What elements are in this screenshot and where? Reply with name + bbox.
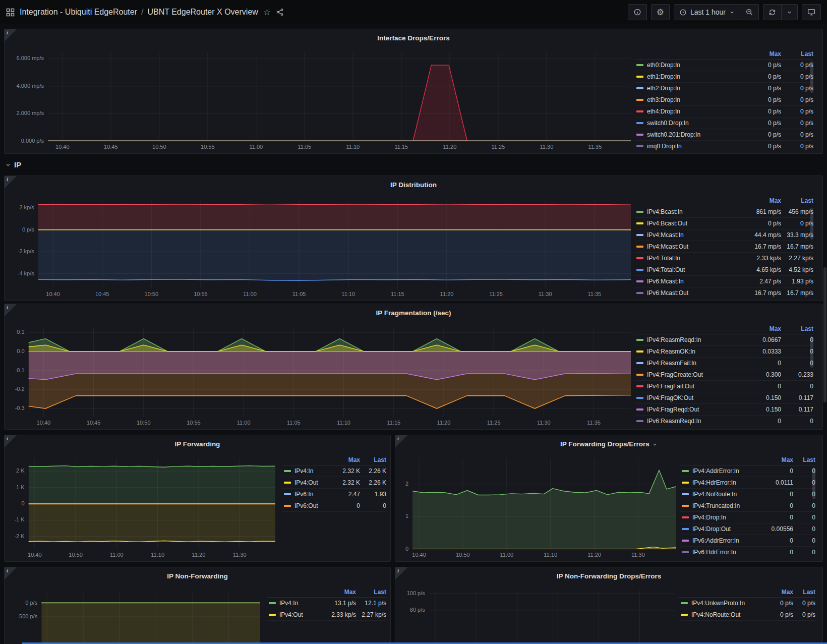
breadcrumb-dashboard-title[interactable]: UBNT EdgeRouter X Overview [147, 8, 258, 17]
legend-series-name[interactable]: IPv6:HdrError:In [692, 549, 761, 556]
legend-sort-last[interactable]: Last [356, 589, 386, 596]
legend-series-name[interactable]: imq0:Drop:In [647, 143, 744, 150]
panel-title[interactable]: IP Non-Forwarding [5, 567, 390, 584]
legend-series-name[interactable]: eth2:Drop:In [647, 85, 744, 92]
legend-series-name[interactable]: IPv4:HdrError:In [692, 479, 761, 486]
legend-scrollbar-thumb[interactable] [810, 336, 813, 368]
legend-sort-last[interactable]: Last [360, 456, 386, 463]
legend-sort-last[interactable]: Last [781, 50, 813, 57]
breadcrumb-folder[interactable]: Integration - Ubiquiti EdgeRouter [20, 8, 137, 17]
legend-series-name[interactable]: IPv4:In [294, 467, 332, 475]
legend-sort-last[interactable]: Last [793, 456, 815, 463]
legend-series-name[interactable]: IPv4:Drop:In [692, 514, 761, 521]
dashboard-info-button[interactable] [628, 4, 647, 20]
legend-sort-last[interactable]: Last [781, 325, 813, 332]
chart-svg [9, 48, 633, 151]
legend-scrollbar-thumb[interactable] [810, 208, 813, 240]
panel-title[interactable]: IP Fragmentation (/sec) [5, 304, 822, 321]
legend-series-name[interactable]: eth0:Drop:In [647, 62, 744, 69]
chart-ip-non-forwarding-drops-errors[interactable]: 100 p/s80 p/s10:4010:5011:0011:1011:2011… [399, 587, 677, 644]
legend-series-name[interactable]: IPv4:FragOK:Out [647, 394, 744, 401]
legend-sort-max[interactable]: Max [744, 325, 781, 332]
legend-series-name[interactable]: IPv6:AddrError:In [692, 537, 761, 544]
panel-title[interactable]: IP Forwarding Drops/Errors [395, 435, 822, 452]
apps-grid-icon[interactable] [6, 8, 15, 17]
zoom-out-button[interactable] [740, 5, 758, 20]
legend-series-name[interactable]: IPv4:Drop:Out [692, 525, 761, 533]
legend-series-name[interactable]: IPv4:Out [294, 479, 332, 486]
panel-title-text: IP Forwarding [175, 440, 220, 448]
legend-scrollbar-thumb[interactable] [810, 62, 813, 93]
legend-last-value: 0 [793, 514, 815, 521]
chart-ip-forwarding[interactable]: 2 K1 K0-1 K-2 K10:4010:5011:0011:1011:20… [9, 454, 277, 559]
chart-ip-non-forwarding[interactable]: 0 p/s-500 p/s10:4010:5011:0011:1011:2011… [9, 587, 262, 644]
page-scrollbar-thumb[interactable] [823, 267, 826, 402]
x-axis-tick-label: 10:45 [96, 144, 126, 150]
dashboard-settings-button[interactable]: ⚙ [651, 4, 670, 20]
legend-series-name[interactable]: IPv4:Total:In [647, 255, 744, 262]
legend-sort-max[interactable]: Max [332, 456, 360, 463]
legend-sort-last[interactable]: Last [793, 589, 815, 596]
legend-series-name[interactable]: IPv6:In [294, 491, 332, 498]
chart-ip-distribution[interactable]: 2 kp/s0 p/s-2 kp/s-4 kp/s10:4010:4510:50… [9, 195, 633, 299]
legend-series-name[interactable]: IPv4:Mcast:Out [647, 243, 744, 250]
legend-sort-max[interactable]: Max [325, 589, 356, 596]
refresh-button[interactable] [763, 5, 781, 20]
legend-max-value: 0 p/s [744, 143, 781, 150]
legend-series-name[interactable]: IPv4:FragCreate:Out [647, 371, 744, 378]
star-icon[interactable]: ☆ [263, 8, 271, 17]
legend-series-name[interactable]: IPv4:AddrError:In [692, 467, 761, 475]
legend-series-name[interactable]: IPv4:NoRoute:Out [691, 611, 770, 618]
time-range-picker[interactable]: Last 1 hour [674, 5, 740, 20]
legend-max-value: 44.4 mp/s [744, 231, 781, 239]
legend-series-name[interactable]: IPv4:Mcast:In [647, 231, 744, 239]
y-axis-tick-label: 0.1 [9, 329, 25, 335]
legend-series-name[interactable]: IPv4:Out [279, 611, 325, 618]
legend-last-value: 0 p/s [781, 73, 813, 80]
legend-max-value: 0 [761, 467, 793, 475]
legend-sort-max[interactable]: Max [761, 456, 793, 463]
legend-series-name[interactable]: IPv4:Truncated:In [692, 502, 761, 509]
legend-series-name[interactable]: eth3:Drop:In [647, 96, 744, 103]
series-color-swatch [284, 493, 291, 495]
legend-series-name[interactable]: IPv4:ReasmOK:In [647, 348, 744, 355]
legend-scrollbar-thumb[interactable] [812, 467, 815, 499]
chart-ip-fragmentation[interactable]: 0.10.0-0.1-0.2-0.310:4010:4510:5010:5511… [9, 323, 633, 427]
tv-mode-button[interactable] [802, 4, 821, 20]
legend-series-name[interactable]: switch0.201:Drop:In [647, 131, 744, 138]
legend-series-name[interactable]: IPv4:FragReqd:Out [647, 406, 744, 413]
y-axis-tick-label: 100 p/s [399, 590, 425, 596]
panel-title[interactable]: IP Non-Forwarding Drops/Errors [395, 567, 822, 584]
legend-series-name[interactable]: IPv4:Total:Out [647, 266, 744, 273]
legend-series-name[interactable]: switch0:Drop:In [647, 120, 744, 127]
legend-series-name[interactable]: IPv4:NoRoute:In [692, 491, 761, 498]
panel-title[interactable]: Interface Drops/Errors [5, 29, 822, 46]
legend-series-name[interactable]: IPv6:Mcast:In [647, 278, 744, 285]
panel-title[interactable]: IP Forwarding [5, 435, 390, 452]
legend-series-name[interactable]: IPv4:Bcast:In [647, 208, 744, 215]
legend-series-name[interactable]: IPv4:FragFail:Out [647, 383, 744, 390]
legend-series-name[interactable]: IPv4:ReasmFail:In [647, 360, 744, 367]
legend-series-name[interactable]: eth4:Drop:In [647, 108, 744, 115]
legend-series-name[interactable]: IPv4:In [279, 600, 325, 607]
legend-series-name[interactable]: IPv6:ReasmReqd:In [647, 418, 744, 425]
row-toggle-ip[interactable]: IP [5, 154, 21, 175]
chart-interface-drops-errors[interactable]: 0.000 p/s2.000 mp/s4.000 mp/s6.000 mp/s1… [9, 48, 633, 151]
legend-series-name[interactable]: IPv4:UnkwnProto:In [691, 600, 770, 607]
legend-sort-max[interactable]: Max [744, 197, 781, 204]
legend-series-name[interactable]: IPv4:ReasmReqd:In [647, 336, 744, 343]
legend-sort-max[interactable]: Max [770, 589, 793, 596]
series-color-swatch [636, 408, 643, 411]
chart-ip-forwarding-drops-errors[interactable]: 21010:4010:5011:0011:1011:2011:30 [399, 454, 678, 559]
share-icon[interactable] [276, 8, 284, 16]
legend-sort-max[interactable]: Max [744, 50, 781, 57]
legend-series-name[interactable]: IPv6:Out [294, 502, 332, 509]
refresh-interval-dropdown[interactable] [781, 5, 797, 20]
legend-series-name[interactable]: IPv4:Bcast:Out [647, 220, 744, 227]
legend-last-value: 0 p/s [781, 108, 813, 115]
legend-max-value: 0 p/s [770, 611, 793, 618]
panel-title[interactable]: IP Distribution [5, 176, 822, 193]
legend-sort-last[interactable]: Last [781, 197, 813, 204]
legend-series-name[interactable]: IPv6:Mcast:Out [647, 289, 744, 297]
legend-series-name[interactable]: eth1:Drop:In [647, 73, 744, 80]
